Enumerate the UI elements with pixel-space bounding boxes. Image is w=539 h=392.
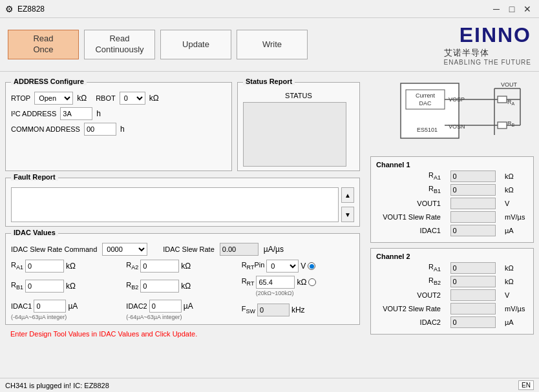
ra1-input[interactable] [25,260,64,273]
fault-scroll-up[interactable]: ▲ [341,187,354,203]
channel2-vout2-label: VOUT2 [376,291,441,299]
idac1-hint: (-64µA~63µA integer) [11,314,123,320]
top-row: ADDRESS Configure RTOP Open12510 kΩ RBOT… [5,77,360,171]
common-suffix: h [120,125,125,134]
ra2-input[interactable] [140,260,179,273]
i2c-label: I²C ADDRESS [11,110,56,118]
rrt-pin-label: RRTPin [242,261,265,271]
channel1-ra1-input[interactable] [450,170,496,182]
channel1-idac1-input[interactable] [450,225,496,236]
idac2-unit: µA [184,302,193,311]
rrt-unit: kΩ [297,278,306,287]
idac2-input[interactable] [149,300,182,313]
toolbar-buttons: Read Once Read Continuously Update Write [8,30,308,59]
channel2-rb2-unit: kΩ [505,278,528,285]
channel2-vout2-slew-label: VOUT2 Slew Rate [376,305,441,313]
channel2-rb2-input[interactable] [450,276,496,287]
i2c-suffix: h [96,109,101,118]
channel1-ra1-unit: kΩ [505,172,528,180]
write-button[interactable]: Write [237,30,308,59]
i2c-address-input[interactable] [60,107,92,120]
rb2-unit: kΩ [181,282,191,291]
rrt-hint: (20kΩ~100kΩ) [256,290,354,296]
rb2-input[interactable] [140,280,179,293]
channel1-group: Channel 1 RA1 kΩ RB1 kΩ VOUT1 V VO [370,156,534,243]
fsw-unit: kHz [291,305,305,315]
rrt-input[interactable] [256,276,295,289]
rrt-pin-select[interactable]: 012 [266,260,299,273]
rrt-radio[interactable] [308,278,316,286]
channel2-vout2-input [450,289,496,301]
rtop-select[interactable]: Open12510 [34,92,73,105]
channel2-vout2-slew-input [450,303,496,315]
slew-rate-label: IDAC Slew Rate [163,245,214,253]
rbot-unit: kΩ [149,94,159,103]
maximize-button[interactable]: □ [505,3,518,15]
svg-text:VOUT: VOUT [501,81,518,88]
idac1-label: IDAC1 [11,302,32,310]
title-bar: ⚙ EZ8828 ─ □ ✕ [0,0,539,18]
common-address-input[interactable] [84,123,116,136]
svg-text:DAC: DAC [419,100,432,107]
channel2-vout2-slew-unit: mV/µs [505,305,528,313]
app-icon: ⚙ [5,4,14,14]
slew-rate-unit: µA/µs [264,245,284,254]
logo-area: EINNO 艾诺半导体 ENABLING THE FUTURE [444,23,532,66]
channel1-idac1-row: IDAC1 µA [376,225,528,236]
circuit-svg: Current DAC VOSP VOSN VOUT RA RB [381,77,523,151]
slew-rate-cmd-select[interactable]: 0000000100100011 [102,243,147,256]
rb2-cell: RB2 kΩ [126,276,238,296]
channel2-idac2-input[interactable] [450,316,496,328]
minimize-button[interactable]: ─ [490,3,503,15]
channel2-idac2-label: IDAC2 [376,318,441,326]
circuit-diagram: Current DAC VOSP VOSN VOUT RA RB [370,77,534,151]
rb1-input[interactable] [25,280,64,293]
channel1-vout1-slew-input [450,211,496,223]
svg-text:RB: RB [507,120,515,127]
common-label: COMMON ADDRESS [11,125,80,133]
read-continuously-button[interactable]: Read Continuously [84,30,155,59]
brand-logo: EINNO [444,23,532,47]
ra1-label: RA1 [11,261,23,271]
idac1-unit: µA [68,302,78,311]
idac2-cell: IDAC2 µA (-64µA~63µA integer) [126,300,238,320]
ra1-cell: RA1 kΩ [11,260,123,273]
channel1-rb1-unit: kΩ [505,186,528,194]
channel1-rb1-input[interactable] [450,184,496,196]
brand-tagline: ENABLING THE FUTURE [444,59,532,66]
channel2-title: Channel 2 [376,253,528,260]
channel2-rb2-row: RB2 kΩ [376,276,528,287]
rrt-label: RRT [242,277,255,287]
fault-textarea[interactable] [11,187,339,222]
rrt-pin-cell: RRTPin 012 V [242,260,354,273]
svg-text:ES5101: ES5101 [417,127,438,133]
read-once-button[interactable]: Read Once [8,30,79,59]
update-button[interactable]: Update [160,30,231,59]
idac2-hint: (-64µA~63µA integer) [126,314,238,320]
channel2-ra1-input[interactable] [450,262,496,274]
status-display [243,102,346,167]
slew-rate-cmd-label: IDAC Slew Rate Command [11,245,97,253]
address-config-group: ADDRESS Configure RTOP Open12510 kΩ RBOT… [5,82,232,171]
fault-scroll-down[interactable]: ▼ [341,207,354,222]
channel2-ra1-row: RA1 kΩ [376,262,528,274]
channel1-rb1-label: RB1 [376,185,441,194]
svg-rect-17 [498,122,507,129]
lang-button[interactable]: EN [518,380,534,390]
channel1-idac1-label: IDAC1 [376,227,441,234]
rbot-select[interactable]: 012 [120,92,145,105]
status-message: CH341 is plugged in! IC: EZ8828 [5,382,109,389]
channel1-rb1-row: RB1 kΩ [376,184,528,196]
channel1-vout1-label: VOUT1 [376,200,441,207]
rrt-pin-radio[interactable] [308,262,315,270]
status-report-title: Status Report [243,77,295,85]
idac1-input[interactable] [34,300,66,313]
rrt-pin-unit: V [301,262,306,271]
rtop-unit: kΩ [77,94,87,103]
close-button[interactable]: ✕ [521,3,534,15]
fsw-input [257,304,290,316]
slew-rate-value [220,243,259,256]
channel1-ra1-label: RA1 [376,171,441,181]
status-bar: CH341 is plugged in! IC: EZ8828 EN [0,378,539,392]
address-config-title: ADDRESS Configure [11,77,87,85]
